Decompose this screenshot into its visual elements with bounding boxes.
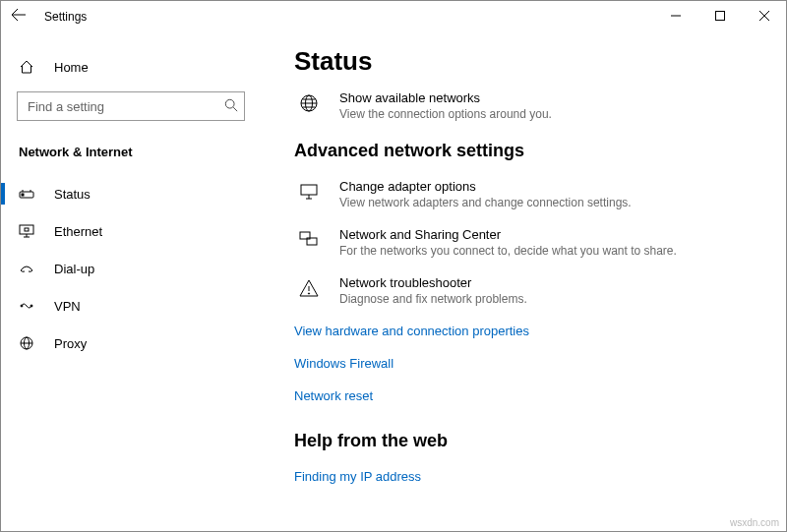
sidebar-item-label: Dial-up [54,262,94,276]
svg-rect-10 [20,225,33,234]
warning-icon [294,277,324,299]
tile-label: Network and Sharing Center [339,227,677,242]
page-title: Status [294,46,770,77]
sidebar-item-status[interactable]: Status [1,175,265,212]
svg-rect-1 [715,12,724,21]
category-title: Network & Internet [1,121,265,169]
search-input[interactable] [26,98,224,115]
link-find-ip[interactable]: Finding my IP address [294,469,770,484]
proxy-icon [19,335,40,351]
tile-desc: For the networks you connect to, decide … [339,244,677,258]
maximize-button[interactable] [697,1,742,30]
svg-point-4 [225,99,234,108]
sharing-icon [294,229,324,251]
vpn-icon [19,298,40,314]
globe-icon [294,92,324,114]
home-label: Home [54,60,89,75]
sidebar-item-proxy[interactable]: Proxy [1,325,265,362]
tile-label: Change adapter options [339,179,632,194]
tile-desc: View the connection options around you. [339,107,552,121]
link-view-hardware[interactable]: View hardware and connection properties [294,324,770,338]
tile-label: Network troubleshooter [339,275,527,290]
sidebar-item-vpn[interactable]: VPN [1,287,265,325]
search-icon [224,98,238,115]
svg-point-30 [308,293,309,294]
ethernet-icon [19,223,40,239]
tile-adapter-options[interactable]: Change adapter options View network adap… [294,179,770,209]
back-button[interactable] [1,7,36,27]
link-network-reset[interactable]: Network reset [294,388,770,403]
watermark: wsxdn.com [730,517,779,528]
tile-troubleshooter[interactable]: Network troubleshooter Diagnose and fix … [294,275,770,306]
dialup-icon [19,261,40,276]
titlebar: Settings [1,1,786,32]
sidebar-item-label: VPN [54,299,81,314]
sidebar-item-ethernet[interactable]: Ethernet [1,212,265,250]
tile-show-networks[interactable]: Show available networks View the connect… [294,90,770,121]
window-title: Settings [44,10,87,24]
minimize-button[interactable] [653,1,697,30]
tile-desc: Diagnose and fix network problems. [339,292,527,306]
status-icon [19,186,40,202]
section-help: Help from the web [294,431,770,451]
link-windows-firewall[interactable]: Windows Firewall [294,356,770,371]
content-pane: Status Show available networks View the … [265,32,786,531]
tile-desc: View network adapters and change connect… [339,196,632,209]
home-icon [19,59,40,75]
svg-line-5 [233,107,237,111]
sidebar-item-label: Proxy [54,336,87,351]
svg-rect-13 [25,228,29,231]
sidebar-item-label: Ethernet [54,224,102,239]
tile-label: Show available networks [339,90,552,105]
sidebar-item-dialup[interactable]: Dial-up [1,250,265,287]
svg-rect-7 [22,194,24,196]
close-button[interactable] [742,1,786,30]
tile-sharing-center[interactable]: Network and Sharing Center For the netwo… [294,227,770,258]
sidebar-item-label: Status [54,187,91,202]
sidebar: Home Network & Internet Statu [1,32,265,531]
adapter-icon [294,181,324,203]
search-box[interactable] [17,91,245,121]
home-button[interactable]: Home [1,50,265,84]
svg-rect-24 [301,185,317,195]
section-advanced: Advanced network settings [294,141,770,161]
window-controls [653,1,786,30]
